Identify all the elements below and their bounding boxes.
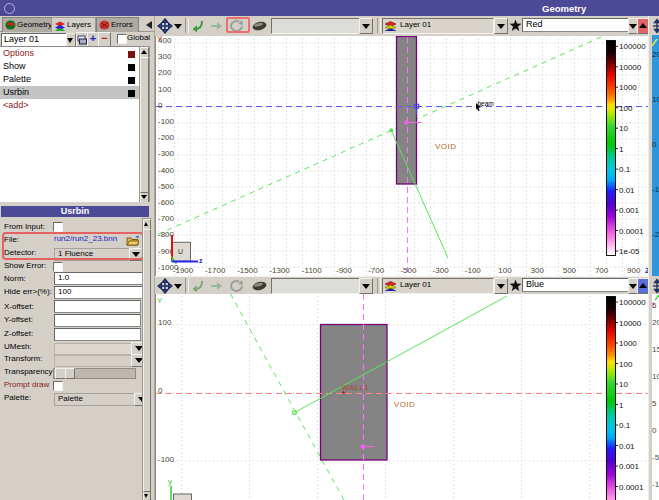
svg-text:-300: -300 xyxy=(433,266,450,275)
svg-text:-1: -1 xyxy=(652,480,659,489)
svg-text:beam: beam xyxy=(478,100,494,107)
svg-text:1: 1 xyxy=(619,401,624,410)
svg-text:5: 5 xyxy=(652,301,657,310)
svg-text:-5: -5 xyxy=(652,453,659,462)
svg-text:-500: -500 xyxy=(400,266,417,275)
svg-text:-1500: -1500 xyxy=(237,266,258,275)
svg-text:10: 10 xyxy=(652,372,659,381)
svg-text:10: 10 xyxy=(619,124,628,133)
svg-text:VOID: VOID xyxy=(435,142,457,151)
svg-text:-500: -500 xyxy=(158,182,175,191)
svg-text:100000: 100000 xyxy=(619,298,646,307)
svg-text:-400: -400 xyxy=(158,166,175,175)
svg-text:20: 20 xyxy=(652,50,659,59)
svg-text:300: 300 xyxy=(158,52,172,61)
svg-text:100: 100 xyxy=(619,360,633,369)
svg-text:100: 100 xyxy=(498,266,512,275)
svg-text:y: y xyxy=(168,477,172,486)
svg-text:5: 5 xyxy=(652,399,657,408)
svg-text:-1700: -1700 xyxy=(205,266,226,275)
svg-text:Y: Y xyxy=(157,36,163,43)
svg-text:-700: -700 xyxy=(158,214,175,223)
svg-text:-900: -900 xyxy=(336,266,353,275)
svg-text:-2: -2 xyxy=(652,230,659,239)
svg-text:Y: Y xyxy=(157,296,163,305)
svg-text:0.001: 0.001 xyxy=(619,206,640,215)
svg-text:10000: 10000 xyxy=(619,63,642,72)
svg-text:15: 15 xyxy=(652,345,659,354)
svg-text:0.01: 0.01 xyxy=(619,186,635,195)
svg-text:500: 500 xyxy=(563,266,577,275)
svg-text:100: 100 xyxy=(619,104,633,113)
svg-text:U: U xyxy=(178,248,183,255)
svg-text:1000: 1000 xyxy=(619,83,637,92)
svg-text:10: 10 xyxy=(619,380,628,389)
svg-text:-100: -100 xyxy=(465,266,482,275)
svg-text:z: z xyxy=(199,257,203,264)
svg-text:-600: -600 xyxy=(158,198,175,207)
svg-text:-1100: -1100 xyxy=(302,266,322,275)
svg-text:VOID: VOID xyxy=(394,400,416,409)
svg-text:-100: -100 xyxy=(158,117,175,126)
svg-text:-1300: -1300 xyxy=(269,266,290,275)
svg-text:-700: -700 xyxy=(368,266,385,275)
svg-text:100000: 100000 xyxy=(619,42,646,51)
svg-text:100: 100 xyxy=(158,85,172,94)
svg-text:-1: -1 xyxy=(652,185,659,194)
svg-text:1000: 1000 xyxy=(619,339,637,348)
svg-text:20: 20 xyxy=(652,318,659,327)
svg-text:0: 0 xyxy=(158,386,163,395)
svg-text:0: 0 xyxy=(158,101,163,110)
svg-text:1: 1 xyxy=(619,145,624,154)
svg-text:300: 300 xyxy=(531,266,545,275)
svg-text:0: 0 xyxy=(652,426,657,435)
svg-text:10: 10 xyxy=(652,95,659,104)
svg-text:0.01: 0.01 xyxy=(619,442,635,451)
svg-text:-200: -200 xyxy=(158,133,175,142)
svg-text:0.1: 0.1 xyxy=(619,165,631,174)
svg-text:0.001: 0.001 xyxy=(619,462,640,471)
svg-text:1e-05: 1e-05 xyxy=(619,247,640,256)
svg-text:0.0001: 0.0001 xyxy=(619,483,644,492)
svg-text:100: 100 xyxy=(158,318,172,327)
svg-text:-300: -300 xyxy=(158,149,175,158)
svg-text:0.0001: 0.0001 xyxy=(619,227,644,236)
svg-text:WALL1: WALL1 xyxy=(342,383,369,392)
svg-text:0.1: 0.1 xyxy=(619,421,631,430)
svg-text:200: 200 xyxy=(158,68,172,77)
svg-text:-100: -100 xyxy=(158,455,175,464)
svg-text:10000: 10000 xyxy=(619,319,642,328)
svg-text:0: 0 xyxy=(652,140,657,149)
svg-text:-1900: -1900 xyxy=(173,266,194,275)
